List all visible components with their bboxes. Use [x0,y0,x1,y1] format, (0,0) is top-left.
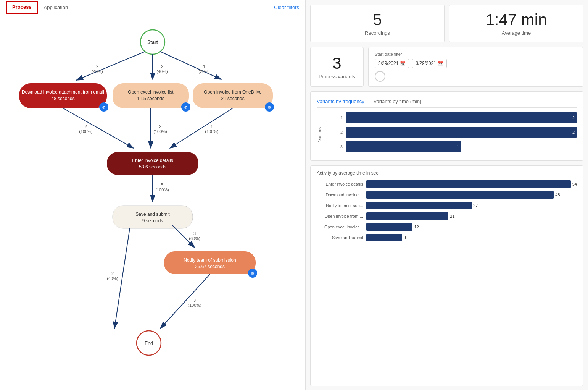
variant-bar-3: 1 [346,141,461,152]
date-end-input[interactable]: 3/29/2021 📅 [412,59,446,68]
activity-bar-container-open-invoice: 21 [366,212,577,220]
edge-label-openexcel-enter-pct: (100%) [153,129,167,134]
tab-variants-time[interactable]: Variants by time (min) [374,96,421,107]
activity-bar-container-save-submit: 9 [366,234,577,241]
notify-team-node[interactable] [164,251,256,274]
activity-bar-enter-invoice [366,180,571,188]
process-variants-value: 3 [332,55,341,72]
calendar-end-icon[interactable]: 📅 [438,61,443,66]
activity-bar-download-invoice [366,191,554,199]
edge-label-openexcel-enter-count: 2 [159,124,161,129]
download-icon: ⚙ [102,105,106,110]
edge-start-download [76,52,145,80]
activity-value-save-submit: 9 [404,235,406,240]
activity-bar-open-invoice [366,212,448,220]
clear-filters-button[interactable]: Clear filters [274,5,299,10]
start-label: Start [147,40,158,45]
date-filter-toggle[interactable] [375,71,385,82]
recordings-value: 5 [373,11,382,29]
open-excel-icon: ⚙ [184,105,188,110]
edge-label-onedrive-enter-count: 1 [211,124,213,129]
activity-bar-container-open-excel: 12 [366,223,577,231]
activity-bar-container-enter-invoice: 54 [366,180,577,188]
variants-date-row: 3 Process variants Start date filter 3/2… [310,47,583,87]
tab-process[interactable]: Process [6,1,38,14]
activity-chart-title: Activity by average time in sec [317,170,577,176]
edge-label-start-download-count: 2 [96,64,98,69]
activity-bar-open-excel [366,223,412,231]
open-onedrive-icon: ⚙ [267,105,271,110]
activity-name-download-invoice: Download invoice ... [317,193,366,197]
edge-label-notify-end-count: 3 [193,298,196,303]
open-onedrive-label2: 21 seconds [221,96,244,101]
edge-label-save-end-pct: (40%) [107,276,118,281]
calendar-start-icon[interactable]: 📅 [400,61,406,66]
variant-bar-container-1: 2 [346,112,577,123]
average-time-label: Average time [502,30,531,36]
average-time-value: 1:47 min [485,11,547,29]
activity-bar-save-submit [366,234,402,241]
activity-row-download-invoice: Download invoice ... 48 [317,191,577,199]
activity-row-save-submit: Save and submit 9 [317,234,577,241]
activity-bar-notify-team [366,202,472,209]
process-variants-card: 3 Process variants [310,47,364,87]
save-submit-label2: 9 seconds [142,218,163,223]
edge-label-start-onedrive-pct: (20%) [198,69,209,74]
variant-bar-1: 2 [346,112,577,123]
activity-bar-container-notify-team: 27 [366,202,577,209]
variants-chart-card: Variants by frequency Variants by time (… [310,91,583,161]
tab-variants-frequency[interactable]: Variants by frequency [317,96,364,107]
variant-label-1: 1 [323,115,346,120]
activity-name-open-invoice: Open invoice from ... [317,214,366,218]
date-end-value: 3/29/2021 [416,61,436,66]
activity-value-open-invoice: 21 [450,214,454,218]
variant-bar-2: 2 [346,127,577,138]
edge-label-save-notify-count: 3 [193,231,196,236]
variant-bar-value-3: 1 [457,144,459,149]
tab-application[interactable]: Application [38,2,74,13]
download-label1: Download invoice attachment from email [22,89,104,95]
activity-row-open-invoice: Open invoice from ... 21 [317,212,577,220]
save-submit-label1: Save and submit [135,212,170,217]
variant-row-3: 3 1 [323,141,577,152]
edge-label-download-enter-pct: (100%) [79,129,92,134]
chart-tabs: Variants by frequency Variants by time (… [317,96,577,108]
date-start-input[interactable]: 3/29/2021 📅 [375,59,409,68]
edge-label-start-openexcel-pct: (40%) [156,69,168,74]
edge-label-start-onedrive-count: 1 [203,64,205,69]
edge-label-save-notify-pct: (60%) [189,236,200,241]
right-panel: 5 Recordings 1:47 min Average time 3 Pro… [306,0,588,390]
date-inputs: 3/29/2021 📅 3/29/2021 📅 [375,59,447,68]
end-label: End [145,341,153,346]
date-filter-card: Start date filter 3/29/2021 📅 3/29/2021 … [368,47,583,87]
variant-row-2: 2 2 [323,127,577,138]
edge-label-download-enter-count: 2 [85,124,87,129]
enter-invoice-label1: Enter invoice details [132,158,173,163]
process-variants-label: Process variants [319,74,355,79]
edge-label-onedrive-enter-pct: (100%) [205,129,218,134]
edge-label-enter-save-pct: (100%) [155,188,169,192]
variant-label-2: 2 [323,130,346,134]
activity-value-download-invoice: 48 [555,193,560,197]
activity-name-save-submit: Save and submit [317,235,366,240]
activity-value-notify-team: 27 [473,203,478,208]
edge-download-enter [63,108,134,148]
stats-row: 5 Recordings 1:47 min Average time [310,5,583,42]
notify-team-icon: ⚙ [251,271,255,276]
save-submit-node[interactable] [113,206,193,228]
edge-notify-end [160,274,210,329]
edge-label-enter-save-count: 5 [161,183,163,187]
date-filter-label: Start date filter [375,52,447,57]
open-onedrive-label1: Open invoice from OneDrive [204,89,262,95]
recordings-label: Recordings [365,30,390,36]
y-axis-label: Variants [317,112,323,156]
activity-row-enter-invoice: Enter invoice details 54 [317,180,577,188]
variant-bar-value-2: 2 [572,130,575,134]
open-excel-label2: 11.5 seconds [137,96,164,101]
edge-label-save-end-count: 2 [111,271,114,276]
variants-chart-body: Variants 1 2 2 [317,112,577,156]
activity-name-enter-invoice: Enter invoice details [317,182,366,186]
enter-invoice-node[interactable] [107,152,198,175]
tab-bar: Process Application Clear filters [0,0,305,15]
activity-chart-card: Activity by average time in sec Enter in… [310,165,583,386]
